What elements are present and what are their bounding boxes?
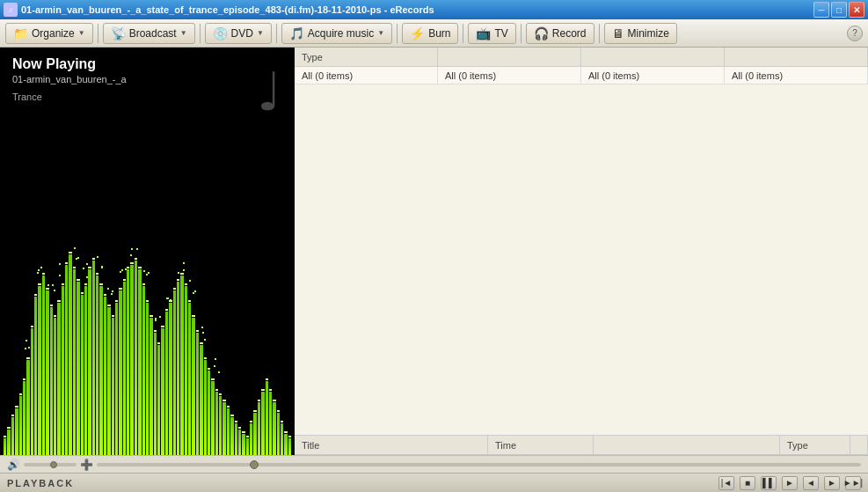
type-data-cell-3: All (0 items) [581,67,725,84]
maximize-button[interactable]: □ [831,2,847,18]
playback-controls: |◄ ■ ▌▌ ► ◄ ► ►►| [718,476,861,490]
title-bar: ♪ 01-armin_van_buuren_-_a_state_of_tranc… [0,0,868,19]
visualizer-scatter-dot [215,358,216,360]
visualizer-bar [154,333,157,455]
visualizer-bar [222,402,225,455]
pause-button[interactable]: ▌▌ [761,476,777,490]
dvd-button[interactable]: 💿 DVD ▼ [205,23,272,44]
visualizer-scatter-dot [54,290,55,291]
minimize-toolbar-icon: 🖥 [612,26,624,40]
separator-4 [397,24,398,43]
progress-track[interactable] [97,463,861,466]
visualizer-scatter-dot [121,269,123,271]
visualizer-scatter-dot [86,263,88,265]
visualizer-scatter-dot [148,272,150,274]
visualizer-bar [69,254,71,455]
table-header-row: Title Time Type [295,436,868,455]
type-column-header: Type [780,436,850,454]
visualizer-bar [73,269,76,455]
now-playing-panel: Now Playing 01-armin_van_buuren_-_a Tran… [0,48,295,455]
acquire-dropdown-arrow: ▼ [377,29,384,37]
visualizer-bar [161,328,164,455]
now-playing-track: 01-armin_van_buuren_-_a [12,74,282,84]
title-column-header: Title [295,436,488,454]
visualizer-scatter-dot [59,263,61,265]
organize-icon: 📁 [13,26,28,40]
visualizer-scatter-dot [38,269,40,271]
type-header-row: Type [295,48,868,67]
visualizer-bar [200,345,202,455]
visualizer-bar [230,417,233,455]
volume-plus-button[interactable]: ➕ [80,459,93,471]
minimize-button[interactable]: ─ [813,2,829,18]
volume-thumb[interactable] [50,461,57,468]
broadcast-button[interactable]: 📡 Broadcast ▼ [103,23,195,44]
close-button[interactable]: ✕ [849,2,864,18]
visualizer-bar [96,275,98,455]
separator-1 [98,24,98,43]
volume-track[interactable] [24,463,77,466]
play-button[interactable]: ► [782,476,798,490]
visualizer-bar [127,269,129,455]
stop-button[interactable]: ■ [740,476,755,490]
help-button[interactable]: ? [847,26,863,41]
bottom-table: Title Time Type [295,435,868,455]
burn-button[interactable]: ⚡ Burn [402,23,458,44]
visualizer-bar [65,265,68,455]
visualizer-bar [180,275,183,455]
visualizer-bar [242,434,244,455]
visualizer-scatter-dot [201,327,203,328]
visualizer-scatter-dot [193,292,194,294]
separator-7 [599,24,600,43]
visualizer-bar [77,282,79,455]
app-icon: ♪ [4,3,18,17]
visualizer-bar [277,413,280,455]
visualizer-bar [62,286,64,455]
visualizer-bar [34,297,37,455]
visualizer-scatter-dot [107,288,109,290]
visualizer-scatter-dot [76,258,77,260]
spacer-column-header [594,436,780,454]
visualizer-scatter-dot [166,297,168,299]
next-button[interactable]: ► [824,476,840,490]
visualizer-bar [211,381,214,455]
visualizer-bar [215,392,218,455]
record-button[interactable]: 🎧 Record [526,23,594,44]
visualizer-scatter-dot [202,332,204,334]
visualizer-bar [284,434,287,455]
separator-6 [521,24,522,43]
visualizer-bar [81,295,84,455]
visualizer-scatter-dot [101,267,103,268]
minimize-toolbar-button[interactable]: 🖥 Minimize [604,23,677,44]
visualizer-bar [266,381,268,455]
type-header-cell-3 [581,48,725,66]
broadcast-dropdown-arrow: ▼ [180,29,187,37]
visualizer-bar [26,360,29,455]
fast-forward-button[interactable]: ►►| [845,476,861,490]
visualizer-scatter-dot [97,256,98,258]
tv-button[interactable]: 📺 TV [468,23,515,44]
progress-thumb[interactable] [250,460,259,469]
visualizer-scatter-dot [146,274,148,275]
visualizer-bar [188,303,191,455]
acquire-music-button[interactable]: 🎵 Acquire music ▼ [281,23,392,44]
type-data-cell-1: All (0 items) [295,67,438,84]
type-header-cell: Type [295,48,438,66]
visualizer-scatter-dot [37,272,39,274]
visualizer-bar [138,269,141,455]
visualizer-bar [115,303,118,455]
type-header-cell-2 [438,48,581,66]
type-header-cell-4 [725,48,868,66]
separator-3 [276,24,277,43]
rewind-to-start-button[interactable]: |◄ [718,476,734,490]
prev-button[interactable]: ◄ [803,476,819,490]
visualizer-bar [88,269,91,455]
visualizer-bar [46,290,48,455]
visualizer-scatter-dot [59,275,61,276]
visualizer-bar [169,303,171,455]
organize-button[interactable]: 📁 Organize ▼ [5,23,93,44]
music-note-icon: ♩ [257,61,281,122]
visualizer-bar [99,286,102,455]
visualizer-bar [15,408,18,455]
visualizer-bar [112,318,114,455]
